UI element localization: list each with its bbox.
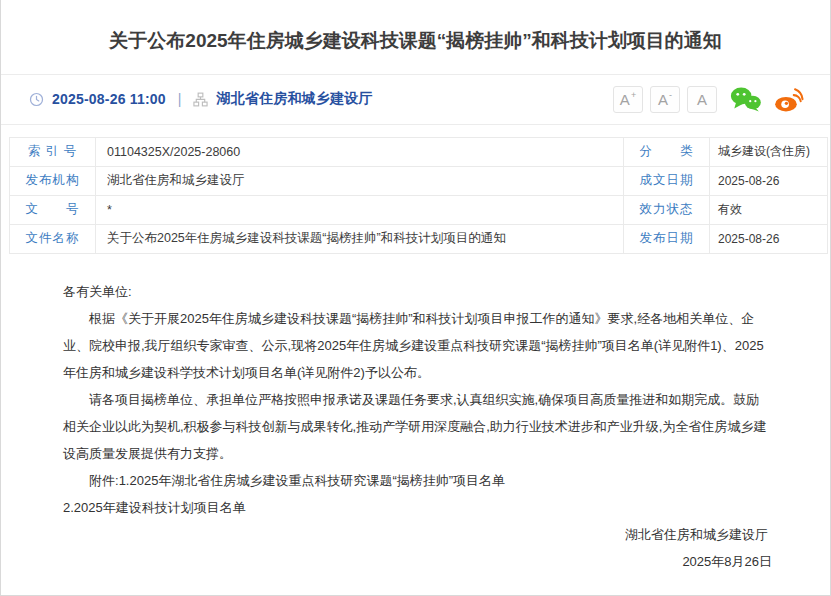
table-row: 文件名称 关于公布2025年住房城乡建设科技课题“揭榜挂帅”和科技计划项目的通知… [10,224,828,253]
font-increase-button[interactable]: A+ [613,86,643,113]
salutation: 各有关单位: [63,278,772,305]
document-info-table: 索 引 号 01104325X/2025-28060 分 类 城乡建设(含住房)… [9,137,828,254]
meta-separator: | [178,91,182,107]
field-label-doc-number: 文 号 [10,195,96,224]
field-label-publish-date: 发布日期 [624,224,710,253]
attachment-line-1: 附件:1.2025年湖北省住房城乡建设重点科技研究课题“揭榜挂帅”项目名单 [63,467,772,494]
field-label-written-date: 成文日期 [624,166,710,195]
field-label-validity-status: 效力状态 [624,195,710,224]
title-section: 关于公布2025年住房城乡建设科技课题“揭榜挂帅”和科技计划项目的通知 [1,0,830,75]
document-body: 各有关单位: 根据《关于开展2025年住房城乡建设科技课题“揭榜挂帅”和科技计划… [1,254,830,575]
organization-icon [193,92,208,107]
meta-info: 2025-08-26 11:00 | 湖北省住房和城乡建设厅 [29,90,373,108]
field-value-issuing-agency: 湖北省住房和城乡建设厅 [96,166,624,195]
wechat-share-icon[interactable] [730,86,761,112]
field-value-publish-date: 2025-08-26 [710,224,828,253]
paragraph-1: 根据《关于开展2025年住房城乡建设科技课题“揭榜挂帅”和科技计划项目申报工作的… [63,305,772,386]
attachment-item-1: 1.2025年湖北省住房城乡建设重点科技研究课题“揭榜挂帅”项目名单 [119,473,505,488]
font-reset-button[interactable]: A [687,86,717,113]
signature-date: 2025年8月26日 [63,548,772,575]
weibo-share-icon[interactable] [774,86,804,112]
page-title: 关于公布2025年住房城乡建设科技课题“揭榜挂帅”和科技计划项目的通知 [46,27,785,56]
meta-bar: 2025-08-26 11:00 | 湖北省住房和城乡建设厅 A+ A- A [1,75,830,125]
field-value-index-number: 01104325X/2025-28060 [96,137,624,166]
font-increase-sign: + [631,91,636,100]
field-label-index-number: 索 引 号 [10,137,96,166]
table-row: 索 引 号 01104325X/2025-28060 分 类 城乡建设(含住房) [10,137,828,166]
attachment-item-2: 2.2025年建设科技计划项目名单 [63,494,772,521]
field-label-category: 分 类 [624,137,710,166]
notice-page: 关于公布2025年住房城乡建设科技课题“揭榜挂帅”和科技计划项目的通知 2025… [0,0,831,596]
font-decrease-button[interactable]: A- [650,86,680,113]
field-value-category: 城乡建设(含住房) [710,137,828,166]
field-value-written-date: 2025-08-26 [710,166,828,195]
signature-organization: 湖北省住房和城乡建设厅 [63,521,772,548]
clock-icon [29,92,44,107]
field-label-issuing-agency: 发布机构 [10,166,96,195]
paragraph-2: 请各项目揭榜单位、承担单位严格按照申报承诺及课题任务要求,认真组织实施,确保项目… [63,386,772,467]
table-row: 文 号 * 效力状态 有效 [10,195,828,224]
font-decrease-label: A [658,92,668,107]
font-decrease-sign: - [669,91,672,100]
publish-datetime: 2025-08-26 11:00 [52,91,166,107]
font-increase-label: A [620,92,630,107]
source-name: 湖北省住房和城乡建设厅 [216,90,372,108]
field-value-doc-number: * [96,195,624,224]
field-label-doc-title: 文件名称 [10,224,96,253]
attachment-label: 附件: [89,473,119,488]
meta-toolbar: A+ A- A [613,86,804,113]
field-value-doc-title: 关于公布2025年住房城乡建设科技课题“揭榜挂帅”和科技计划项目的通知 [96,224,624,253]
field-value-validity-status: 有效 [710,195,828,224]
font-reset-label: A [697,92,707,107]
table-row: 发布机构 湖北省住房和城乡建设厅 成文日期 2025-08-26 [10,166,828,195]
